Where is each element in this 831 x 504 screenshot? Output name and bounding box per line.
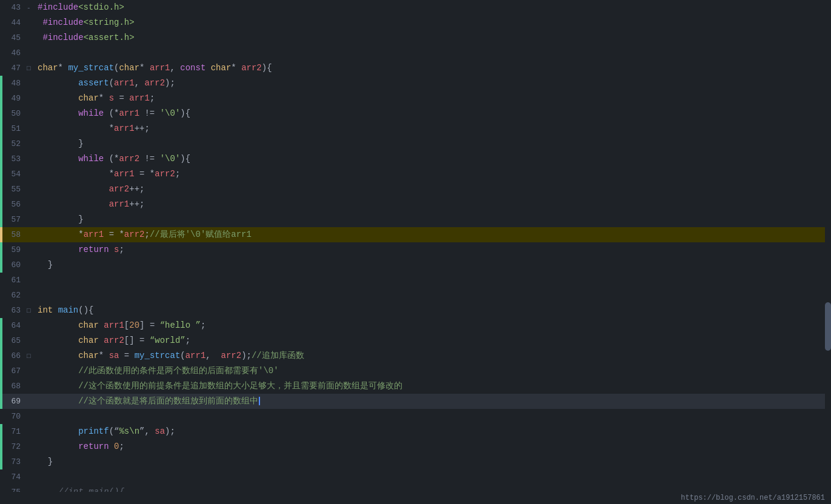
code-line-75: 75 //int main(){ bbox=[0, 485, 831, 492]
fold-74 bbox=[27, 474, 35, 481]
code-line-70: 70 bbox=[0, 409, 831, 424]
fold-60 bbox=[27, 262, 35, 269]
code-line-44: 44 #include<string.h> bbox=[0, 15, 831, 30]
fold-56 bbox=[27, 201, 35, 208]
scrollbar[interactable] bbox=[825, 0, 831, 504]
line-number-48: 48 bbox=[2, 79, 27, 88]
fold-62 bbox=[27, 292, 35, 299]
line-number-69: 69 bbox=[2, 397, 27, 406]
line-number-62: 62 bbox=[2, 291, 27, 300]
fold-67 bbox=[27, 368, 35, 375]
line-content-51: *arr1++; bbox=[35, 121, 831, 136]
fold-50 bbox=[27, 110, 35, 118]
line-number-56: 56 bbox=[2, 200, 27, 209]
fold-71 bbox=[27, 428, 35, 436]
fold-45 bbox=[27, 35, 35, 42]
fold-52 bbox=[27, 141, 35, 148]
code-line-49: 49 char* s = arr1; bbox=[0, 91, 831, 106]
line-number-54: 54 bbox=[2, 170, 27, 179]
code-line-62: 62 bbox=[0, 288, 831, 303]
line-number-53: 53 bbox=[2, 154, 27, 164]
line-content-56: arr1++; bbox=[35, 197, 831, 212]
code-line-69[interactable]: 69 //这个函数就是将后面的数组放到前面的数组中 bbox=[0, 394, 831, 409]
line-number-68: 68 bbox=[2, 382, 27, 391]
fold-57 bbox=[27, 216, 35, 224]
code-line-56: 56 arr1++; bbox=[0, 197, 831, 212]
line-number-65: 65 bbox=[2, 336, 27, 345]
fold-70 bbox=[27, 413, 35, 420]
fold-44 bbox=[27, 19, 35, 27]
line-content-55: arr2++; bbox=[35, 182, 831, 197]
line-number-51: 51 bbox=[2, 124, 27, 133]
line-content-58: *arr1 = *arr2;//最后将'\0'赋值给arr1 bbox=[35, 227, 831, 242]
line-content-48: assert(arr1, arr2); bbox=[35, 76, 831, 91]
fold-49 bbox=[27, 95, 35, 102]
status-bar: https://blog.csdn.net/a1912157861 bbox=[0, 492, 831, 504]
line-content-71: printf(“%s\n”, sa); bbox=[35, 424, 831, 439]
fold-58 bbox=[27, 231, 35, 239]
code-line-64: 64 char arr1[20] = “hello ”; bbox=[0, 318, 831, 333]
fold-66[interactable]: □ bbox=[27, 353, 35, 360]
line-number-49: 49 bbox=[2, 94, 27, 103]
fold-43[interactable]: - bbox=[27, 4, 35, 12]
fold-53 bbox=[27, 156, 35, 163]
code-line-55: 55 arr2++; bbox=[0, 182, 831, 197]
line-content-47: char* my_strcat(char* arr1, const char* … bbox=[35, 61, 831, 76]
code-line-71: 71 printf(“%s\n”, sa); bbox=[0, 424, 831, 439]
fold-72 bbox=[27, 443, 35, 451]
code-line-61: 61 bbox=[0, 273, 831, 288]
line-content-67: //此函数使用的条件是两个数组的后面都需要有'\0' bbox=[35, 363, 831, 379]
code-line-63: 63 □ int main(){ bbox=[0, 303, 831, 318]
line-number-45: 45 bbox=[2, 33, 27, 42]
line-content-44: #include<string.h> bbox=[35, 15, 831, 30]
line-number-44: 44 bbox=[2, 18, 27, 27]
fold-55 bbox=[27, 186, 35, 193]
line-number-74: 74 bbox=[2, 472, 27, 482]
line-number-57: 57 bbox=[2, 215, 27, 224]
fold-65 bbox=[27, 337, 35, 345]
line-content-53: while (*arr2 != '\0'){ bbox=[35, 151, 831, 167]
line-content-45: #include<assert.h> bbox=[35, 30, 831, 45]
code-line-60: 60 } bbox=[0, 257, 831, 273]
line-content-43: #include<stdio.h> bbox=[35, 0, 831, 15]
line-number-43: 43 bbox=[2, 3, 27, 12]
line-content-49: char* s = arr1; bbox=[35, 91, 831, 106]
fold-47[interactable]: □ bbox=[27, 65, 35, 72]
code-line-65: 65 char arr2[] = “world”; bbox=[0, 333, 831, 348]
code-line-66: 66 □ char* sa = my_strcat(arr1, arr2);//… bbox=[0, 348, 831, 363]
code-line-58: 58 *arr1 = *arr2;//最后将'\0'赋值给arr1 bbox=[0, 227, 831, 242]
line-content-52: } bbox=[35, 136, 831, 151]
line-content-73: } bbox=[35, 454, 831, 469]
fold-73 bbox=[27, 459, 35, 466]
fold-69 bbox=[27, 398, 35, 405]
line-content-64: char arr1[20] = “hello ”; bbox=[35, 318, 831, 333]
line-content-66: char* sa = my_strcat(arr1, arr2);//追加库函数 bbox=[35, 348, 831, 363]
code-line-67: 67 //此函数使用的条件是两个数组的后面都需要有'\0' bbox=[0, 363, 831, 379]
code-line-59: 59 return s; bbox=[0, 242, 831, 257]
line-number-67: 67 bbox=[2, 366, 27, 376]
line-content-60: } bbox=[35, 257, 831, 273]
fold-68 bbox=[27, 383, 35, 390]
line-content-57: } bbox=[35, 212, 831, 227]
line-content-50: while (*arr1 != '\0'){ bbox=[35, 106, 831, 121]
code-editor: 43 - #include<stdio.h> 44 #include<strin… bbox=[0, 0, 831, 504]
code-line-54: 54 *arr1 = *arr2; bbox=[0, 167, 831, 182]
code-line-57: 57 } bbox=[0, 212, 831, 227]
fold-46 bbox=[27, 50, 35, 57]
line-number-71: 71 bbox=[2, 427, 27, 436]
line-content-59: return s; bbox=[35, 242, 831, 257]
fold-54 bbox=[27, 171, 35, 178]
scrollbar-thumb[interactable] bbox=[825, 302, 831, 351]
line-content-69: //这个函数就是将后面的数组放到前面的数组中 bbox=[35, 394, 831, 409]
line-number-75: 75 bbox=[2, 488, 27, 492]
line-number-61: 61 bbox=[2, 276, 27, 285]
line-number-46: 46 bbox=[2, 48, 27, 58]
status-bar-url: https://blog.csdn.net/a1912157861 bbox=[681, 494, 825, 502]
code-line-47: 47 □ char* my_strcat(char* arr1, const c… bbox=[0, 61, 831, 76]
line-number-63: 63 bbox=[2, 306, 27, 315]
code-area[interactable]: 43 - #include<stdio.h> 44 #include<strin… bbox=[0, 0, 831, 492]
line-number-58: 58 bbox=[2, 230, 27, 239]
code-line-68: 68 //这个函数使用的前提条件是追加数组的大小足够大，并且需要前面的数组是可修… bbox=[0, 379, 831, 394]
line-content-54: *arr1 = *arr2; bbox=[35, 167, 831, 182]
fold-63[interactable]: □ bbox=[27, 307, 35, 314]
